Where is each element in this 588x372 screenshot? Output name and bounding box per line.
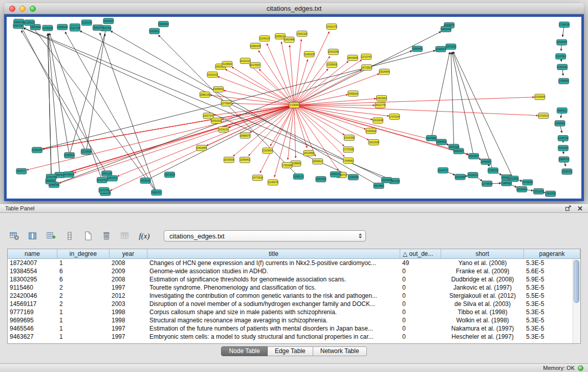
graph-node-label: 20347577 <box>438 169 448 172</box>
table-plus-icon <box>47 232 56 240</box>
table-row[interactable]: 1938455462009Genome-wide association stu… <box>8 267 580 275</box>
zoom-window-button[interactable] <box>30 6 36 12</box>
column-header-pagerank[interactable]: pagerank <box>524 249 580 259</box>
column-header-year[interactable]: year <box>110 249 147 259</box>
graph-node-label: 9042079 <box>94 27 103 29</box>
cell-in_degree: 2 <box>57 283 110 292</box>
graph-node-label: 17555039 <box>488 169 498 172</box>
tab-edge-table[interactable]: Edge Table <box>268 346 313 356</box>
cell-short: Nakamura et al. (1997) <box>441 324 524 333</box>
cell-name: 9777169 <box>8 308 57 316</box>
function-builder-button[interactable]: f(x) <box>136 229 153 243</box>
graph-node-label: 19657108 <box>449 146 459 148</box>
cell-pagerank: 5.3E-5 <box>524 333 580 341</box>
graph-edge <box>48 34 60 175</box>
graph-node-label: 11148275 <box>268 181 278 184</box>
graph-node-label: 12065510 <box>64 154 75 157</box>
cell-name: 22420046 <box>8 292 57 300</box>
graph-node-label: 10333506 <box>224 159 234 161</box>
column-header-title[interactable]: title <box>147 249 400 259</box>
table-row[interactable]: 969969511998Structural magnetic resonanc… <box>8 316 580 324</box>
graph-node-label: 9103238 <box>559 147 568 149</box>
column-header-name[interactable]: name <box>8 249 57 259</box>
row-details-button[interactable] <box>62 229 77 243</box>
cell-pagerank: 5.3E-5 <box>524 308 580 316</box>
graph-node-label: 19503963 <box>377 97 387 100</box>
column-header-out_degree[interactable]: △ out_de... <box>400 249 441 259</box>
graph-node-label: 12195294 <box>348 176 358 179</box>
cell-title: Corpus callosum shape and size in male p… <box>147 308 400 316</box>
cell-out_degree: 0 <box>400 267 441 275</box>
table-row[interactable]: 977716911998Corpus callosum shape and si… <box>8 308 580 316</box>
cell-short: Yano et al. (2008) <box>441 259 524 267</box>
graph-node-label: 18346612 <box>313 160 323 163</box>
table-row[interactable]: 911546021997Tourette syndrome. Phenomeno… <box>8 283 580 292</box>
table-selector-dropdown[interactable]: citations_edges.txt <box>164 230 366 242</box>
network-graph[interactable]: 1812177817070334181160482165281019222928… <box>7 17 581 199</box>
graph-node-label: 9128909 <box>223 63 232 65</box>
column-header-in_degree[interactable]: in_degree <box>57 249 110 259</box>
graph-node-label: 20365592 <box>436 141 446 143</box>
graph-edge <box>224 91 294 105</box>
create-column-button[interactable] <box>44 229 58 243</box>
graph-node-label: 9724178 <box>219 128 228 131</box>
table-scrollbar-thumb[interactable] <box>574 260 579 303</box>
graph-node-label: 22695968 <box>555 122 565 125</box>
table-row[interactable]: 946554611997Estimation of the future num… <box>8 324 580 333</box>
cell-title: Embryonic stem cells: a model to study s… <box>147 333 400 341</box>
graph-edge <box>54 51 412 185</box>
cell-in_degree: 2 <box>57 300 110 308</box>
graph-node-label: 11062629 <box>304 53 314 56</box>
graph-node-label: 18078864 <box>426 137 437 140</box>
import-table-button[interactable] <box>118 229 132 243</box>
graph-node-label: 10336694 <box>535 96 545 98</box>
graph-node-label: 21121203 <box>534 190 544 193</box>
minimize-window-button[interactable] <box>19 6 26 12</box>
graph-node-label: 18056151 <box>275 35 285 38</box>
close-window-button[interactable] <box>9 6 15 12</box>
cell-year: 1997 <box>110 324 147 333</box>
graph-node-label: 14155736 <box>558 137 568 140</box>
cell-year: 1997 <box>110 333 147 341</box>
table-panel-titlebar[interactable]: Table Panel ✕ <box>0 204 588 213</box>
graph-edge <box>294 105 538 115</box>
graph-node-label: 10550439 <box>250 45 260 48</box>
float-panel-icon[interactable] <box>565 205 572 212</box>
graph-node-label: 10416488 <box>284 38 294 41</box>
graph-edges <box>21 25 566 192</box>
close-panel-icon[interactable]: ✕ <box>577 205 583 212</box>
graph-node-label: 20176507 <box>250 64 260 67</box>
graph-edge <box>232 67 294 105</box>
graph-edge <box>48 34 51 177</box>
cell-name: 9465546 <box>8 324 57 333</box>
rows-icon <box>67 232 73 240</box>
cell-title: Genome-wide association studies in ADHD. <box>147 267 400 275</box>
cell-out_degree: 0 <box>400 275 441 283</box>
table-panel-title: Table Panel <box>5 205 35 211</box>
table-row[interactable]: 946362711997Embryonic stem cells: a mode… <box>8 333 580 341</box>
graph-edge <box>226 69 294 105</box>
graph-node-label: 14152178 <box>326 26 337 28</box>
column-header-short[interactable]: short <box>441 249 524 259</box>
window-titlebar[interactable]: citations_edges.txt <box>4 3 584 14</box>
table-mode-button[interactable] <box>7 229 21 243</box>
graph-edge <box>294 69 328 105</box>
cell-year: 1997 <box>110 283 147 292</box>
tab-node-table[interactable]: Node Table <box>221 346 268 356</box>
delete-table-button[interactable] <box>99 229 114 243</box>
table-row[interactable]: 1456911722003Disruption of a novel membe… <box>8 300 580 308</box>
cell-short: Dudbridge et al. (2008) <box>441 275 524 283</box>
trash-icon <box>102 231 111 240</box>
tab-network-table[interactable]: Network Table <box>313 346 367 356</box>
table-row[interactable]: 1830029562008Estimation of significance … <box>8 275 580 283</box>
table-scrollbar-track[interactable] <box>573 259 580 343</box>
cell-in_degree: 1 <box>57 308 110 316</box>
table-row[interactable]: 1872400712008Changes of HCN gene express… <box>8 259 580 267</box>
graph-node-label: 15913855 <box>374 185 384 187</box>
new-table-button[interactable] <box>81 229 95 243</box>
table-row[interactable]: 2242004622012Investigating the contribut… <box>8 292 580 300</box>
graph-node-label: 14722703 <box>97 179 107 182</box>
graph-node-label: 13057063 <box>13 25 24 27</box>
graph-edge <box>294 105 366 129</box>
show-columns-button[interactable] <box>26 229 40 243</box>
